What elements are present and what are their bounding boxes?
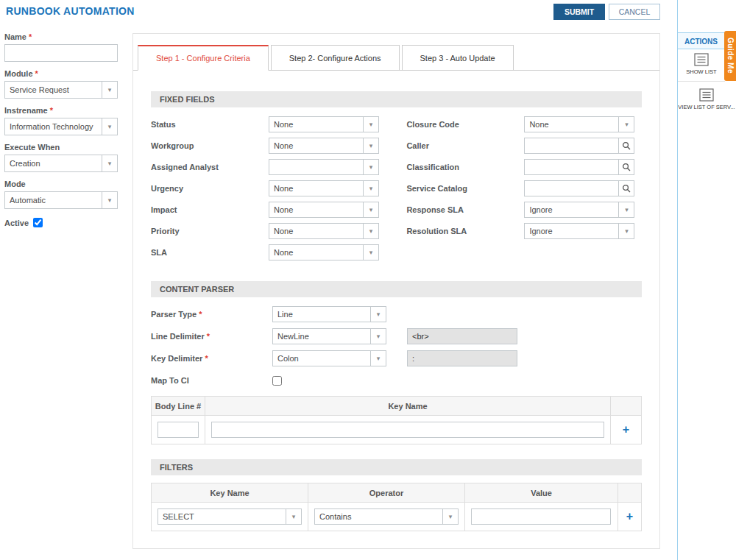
table-row: SELECT ▾ Contains ▾ + xyxy=(152,503,642,531)
page-title: RUNBOOK AUTOMATION xyxy=(6,5,135,17)
actions-rail: ACTIONS SHOW LIST VIEW LIST OF SERV... G… xyxy=(677,0,736,560)
column-header-key-name: Key Name xyxy=(152,483,308,503)
status-select[interactable]: None ▾ xyxy=(269,116,379,132)
tab-step2-configure-actions[interactable]: Step 2- Configure Actions xyxy=(271,45,400,71)
chevron-down-icon: ▾ xyxy=(618,224,634,238)
instrename-select[interactable]: Information Technology ▾ xyxy=(4,118,118,135)
key-delimiter-select[interactable]: Colon ▾ xyxy=(272,350,386,366)
module-select[interactable]: Service Request ▾ xyxy=(4,81,118,99)
workgroup-select[interactable]: None ▾ xyxy=(269,138,379,154)
chevron-down-icon: ▾ xyxy=(363,181,378,196)
map-to-ci-checkbox[interactable] xyxy=(272,376,282,386)
fixed-fields-grid: Status None ▾ Workgroup None ▾ Assigned … xyxy=(151,116,642,266)
active-checkbox[interactable] xyxy=(33,218,43,227)
field-row: Key Delimiter * Colon ▾ xyxy=(151,350,642,366)
filter-value-input[interactable] xyxy=(471,508,611,525)
show-list-button[interactable]: SHOW LIST xyxy=(678,53,725,82)
closure-code-select[interactable]: None ▾ xyxy=(524,116,634,132)
body-line-input[interactable] xyxy=(158,422,199,438)
column-header-key-name: Key Name xyxy=(205,397,611,416)
field-row: Caller xyxy=(406,138,642,154)
resolution-sla-select[interactable]: Ignore ▾ xyxy=(524,223,634,239)
chevron-down-icon: ▾ xyxy=(363,202,378,217)
table-row: + xyxy=(152,416,642,444)
guide-me-tab[interactable]: Guide Me xyxy=(724,31,736,81)
field-row: Parser Type * Line ▾ xyxy=(151,306,642,322)
step-tabs: Step 1 - Configure Criteria Step 2- Conf… xyxy=(133,45,659,71)
chevron-down-icon: ▾ xyxy=(363,138,378,153)
chevron-down-icon: ▾ xyxy=(102,118,117,135)
submit-button[interactable]: SUBMIT xyxy=(553,4,605,20)
service-catalog-search-button[interactable] xyxy=(618,180,634,196)
field-row: Response SLA Ignore ▾ xyxy=(406,202,642,218)
key-delimiter-label: Key Delimiter * xyxy=(151,354,272,363)
parser-type-select[interactable]: Line ▾ xyxy=(272,306,386,322)
map-to-ci-label: Map To CI xyxy=(151,376,272,385)
search-icon xyxy=(622,141,631,150)
search-icon xyxy=(622,163,631,171)
urgency-select[interactable]: None ▾ xyxy=(269,180,379,196)
left-form-panel: Name * Module * Service Request ▾ Instre… xyxy=(4,32,118,227)
service-catalog-label: Service Catalog xyxy=(406,184,524,193)
chevron-down-icon: ▾ xyxy=(618,117,634,132)
field-row: Urgency None ▾ xyxy=(151,180,406,196)
column-header-actions xyxy=(618,483,642,503)
chevron-down-icon: ▾ xyxy=(370,329,386,344)
mode-label: Mode xyxy=(4,180,118,188)
field-row: Classification xyxy=(406,159,642,175)
service-catalog-search-field xyxy=(524,180,634,196)
caller-label: Caller xyxy=(406,141,524,150)
response-sla-label: Response SLA xyxy=(406,205,524,214)
chevron-down-icon: ▾ xyxy=(363,160,378,174)
urgency-label: Urgency xyxy=(151,184,269,193)
name-input[interactable] xyxy=(4,44,118,62)
instrename-label: Instrename * xyxy=(4,106,118,115)
line-delimiter-pattern-input xyxy=(407,328,517,344)
parser-type-label: Parser Type * xyxy=(151,310,272,319)
priority-select[interactable]: None ▾ xyxy=(269,223,379,239)
add-parser-row-button[interactable]: + xyxy=(623,424,629,436)
classification-search-field xyxy=(524,159,634,175)
field-row: Resolution SLA Ignore ▾ xyxy=(406,223,642,239)
tab-step3-auto-update[interactable]: Step 3 - Auto Update xyxy=(402,45,514,71)
classification-label: Classification xyxy=(406,163,524,171)
list-icon xyxy=(694,53,709,66)
chevron-down-icon: ▾ xyxy=(363,224,378,238)
line-delimiter-label: Line Delimiter * xyxy=(151,332,272,341)
cancel-button[interactable]: CANCEL xyxy=(609,4,660,20)
response-sla-select[interactable]: Ignore ▾ xyxy=(524,202,634,218)
classification-input[interactable] xyxy=(524,159,618,175)
sla-select[interactable]: None ▾ xyxy=(269,244,379,260)
column-header-actions xyxy=(611,397,642,416)
caller-input[interactable] xyxy=(524,138,618,154)
status-label: Status xyxy=(151,120,269,129)
actions-panel-title: ACTIONS xyxy=(678,32,725,49)
tab-step1-configure-criteria[interactable]: Step 1 - Configure Criteria xyxy=(138,45,269,71)
filter-key-name-select[interactable]: SELECT ▾ xyxy=(158,508,302,525)
chevron-down-icon: ▾ xyxy=(370,307,386,322)
execute-when-select[interactable]: Creation ▾ xyxy=(4,155,118,172)
fixed-fields-section-header: FIXED FIELDS xyxy=(151,91,642,107)
service-catalog-input[interactable] xyxy=(524,180,618,196)
add-filter-row-button[interactable]: + xyxy=(626,511,633,522)
impact-select[interactable]: None ▾ xyxy=(269,202,379,218)
caller-search-button[interactable] xyxy=(618,138,634,154)
mode-select[interactable]: Automatic ▾ xyxy=(4,191,118,209)
execute-when-label: Execute When xyxy=(4,143,118,152)
module-label: Module * xyxy=(4,69,118,78)
caller-search-field xyxy=(524,138,634,154)
chevron-down-icon: ▾ xyxy=(370,351,386,366)
chevron-down-icon: ▾ xyxy=(442,509,458,524)
sla-label: SLA xyxy=(151,248,269,257)
closure-code-label: Closure Code xyxy=(406,120,524,129)
view-list-of-services-button[interactable]: VIEW LIST OF SERV... xyxy=(678,88,735,110)
line-delimiter-select[interactable]: NewLine ▾ xyxy=(272,328,386,344)
classification-search-button[interactable] xyxy=(618,159,634,175)
filter-operator-select[interactable]: Contains ▾ xyxy=(314,508,459,525)
key-name-input[interactable] xyxy=(211,422,604,438)
field-row: Priority None ▾ xyxy=(151,223,406,239)
assigned-analyst-select[interactable]: ▾ xyxy=(269,159,379,175)
chevron-down-icon: ▾ xyxy=(102,155,117,171)
field-row: Workgroup None ▾ xyxy=(151,138,406,154)
assigned-analyst-label: Assigned Analyst xyxy=(151,163,269,171)
